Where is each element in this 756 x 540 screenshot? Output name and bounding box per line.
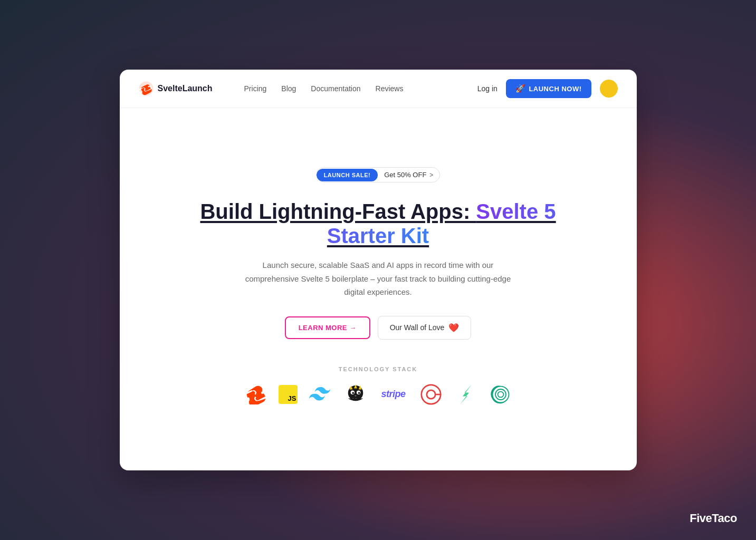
badge-offer-text: Get 50% OFF > [378, 168, 439, 182]
logo-text: SvelteLaunch [158, 84, 213, 93]
svelte-icon [244, 383, 267, 406]
svg-point-12 [426, 390, 435, 399]
user-avatar[interactable] [600, 80, 618, 98]
stripe-icon: stripe [379, 383, 407, 406]
nav-right: Log in 🚀 LAUNCH NOW! [477, 79, 618, 98]
learn-more-button[interactable]: LEARN MORE → [285, 316, 370, 339]
skull-icon [344, 383, 367, 406]
nav-reviews[interactable]: Reviews [376, 84, 404, 93]
nav-documentation[interactable]: Documentation [311, 84, 360, 93]
main-card: SvelteLaunch Pricing Blog Documentation … [120, 70, 637, 470]
fivetaco-watermark: FiveTaco [690, 512, 737, 525]
wall-of-love-button[interactable]: Our Wall of Love ❤️ [378, 316, 472, 340]
nav-blog[interactable]: Blog [281, 84, 296, 93]
svg-point-7 [352, 392, 355, 394]
hero-headline: Build Lightning-Fast Apps: Svelte 5 Star… [194, 199, 563, 248]
rocket-icon: 🚀 [515, 84, 526, 93]
launch-sale-badge[interactable]: LAUNCH SALE! Get 50% OFF > [316, 167, 441, 182]
hero-section: LAUNCH SALE! Get 50% OFF > Build Lightni… [120, 108, 637, 470]
hero-subtext: Launch secure, scalable SaaS and AI apps… [241, 258, 515, 299]
headline-plain-text: Build Lightning-Fast Apps: [200, 200, 476, 223]
watermark-taco: Taco [712, 512, 737, 525]
watermark-five: Five [690, 512, 712, 525]
heart-icon: ❤️ [448, 323, 459, 333]
cta-row: LEARN MORE → Our Wall of Love ❤️ [285, 316, 472, 340]
badge-pill-label: LAUNCH SALE! [317, 169, 378, 181]
badge-chevron-icon: > [429, 171, 433, 179]
tech-stack-section: TECHNOLOGY STACK JS [244, 366, 512, 406]
svg-point-8 [358, 392, 360, 394]
logo-icon [139, 81, 154, 96]
tech-stack-label: TECHNOLOGY STACK [339, 366, 418, 372]
tech-icons-row: JS [244, 383, 512, 406]
navbar: SvelteLaunch Pricing Blog Documentation … [120, 70, 637, 108]
javascript-icon: JS [279, 385, 298, 404]
nav-links: Pricing Blog Documentation Reviews [244, 84, 404, 93]
svg-marker-14 [460, 384, 471, 404]
tailwind-icon [309, 383, 332, 406]
resend-icon [419, 383, 443, 406]
logo[interactable]: SvelteLaunch [139, 81, 213, 96]
wall-of-love-text: Our Wall of Love [390, 323, 445, 332]
openai-icon [489, 383, 512, 406]
nav-pricing[interactable]: Pricing [244, 84, 267, 93]
launch-now-button[interactable]: 🚀 LAUNCH NOW! [506, 79, 591, 98]
login-button[interactable]: Log in [477, 84, 497, 93]
supabase-icon [454, 383, 477, 406]
